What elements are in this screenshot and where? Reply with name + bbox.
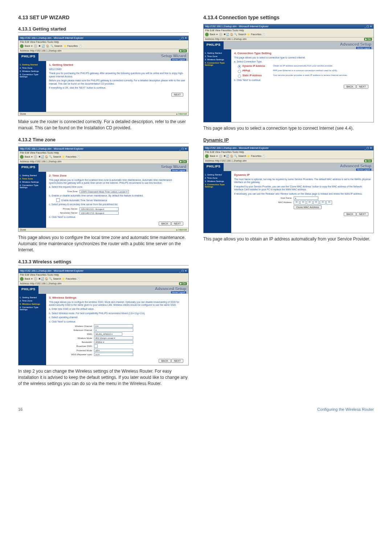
sidebar-item-connection-type[interactable]: 4. Connection Type Settings <box>20 306 45 311</box>
banner-title: Setup Wizard <box>161 54 186 58</box>
back-button[interactable]: BACK <box>159 359 171 363</box>
back-button[interactable]: BACK <box>344 212 356 216</box>
stop-icon[interactable]: ✖ <box>38 45 41 48</box>
tz-select[interactable]: (GMT) Greenwich Mean Time: Lisbon, Londo… <box>79 190 129 193</box>
opt-pppoe-label: PPPoE <box>242 69 271 72</box>
intro-p1: Thank you for purchasing the PHILIPS gat… <box>49 72 185 78</box>
next-button[interactable]: NEXT <box>171 93 183 97</box>
sidebar-item-getting-started[interactable]: 1. Getting Started <box>20 174 45 177</box>
banner-links[interactable]: Home Logout <box>171 58 186 61</box>
banner-links[interactable]: Home Logout <box>356 169 371 171</box>
ws-a: a. Enter new SSID or use the default val… <box>49 308 185 311</box>
next-button[interactable]: NEXT <box>171 222 183 226</box>
panel-title: 3. Wireless Settings <box>49 296 185 299</box>
host-input[interactable] <box>294 197 318 200</box>
go-button[interactable]: ▶ Go <box>179 282 187 285</box>
next-button[interactable]: NEXT <box>356 85 368 89</box>
refresh-icon[interactable]: 🔄 <box>42 45 45 48</box>
banner-links[interactable]: Home Logout <box>171 291 186 293</box>
ie-menubar: File Edit View Favorites Tools Help <box>19 273 188 276</box>
tz-step-a: a. Select the required time zone. <box>49 186 185 189</box>
secondary-label: Secondary Server: <box>49 212 78 214</box>
next-button[interactable]: NEXT <box>171 359 183 363</box>
forward-icon[interactable] <box>34 44 37 48</box>
sidebar-item-wireless[interactable]: 3. Wireless Settings <box>205 58 230 61</box>
ssid-input[interactable]: WLAN_AP6310 <box>94 332 122 336</box>
sidebar-item-time-zone[interactable]: 2. Time Zone <box>205 177 230 179</box>
sidebar-item-time-zone[interactable]: 2. Time Zone <box>20 67 45 69</box>
next-button[interactable]: NEXT <box>356 212 368 216</box>
favorites-icon[interactable]: ⭐ Favorites <box>64 45 78 48</box>
sidebar-item-connection-type[interactable]: 4. Connection Type Settings <box>205 183 230 188</box>
back-icon[interactable] <box>20 155 24 159</box>
sidebar-item-wireless[interactable]: 3. Wireless Settings <box>205 180 230 182</box>
address-bar[interactable]: Address http://192.168.1.2/setup.stm <box>205 38 246 41</box>
ie-title: http://192.168.1.2/setup.stm - Microsoft… <box>20 270 83 272</box>
banner-title: Setup Wizard <box>161 165 186 169</box>
sidebar-item-getting-started[interactable]: 1. Getting Started <box>20 296 45 299</box>
radio-dynamic-ip[interactable] <box>238 65 241 68</box>
sidebar-item-time-zone[interactable]: 2. Time Zone <box>20 178 45 180</box>
enable-auto-checkbox[interactable] <box>56 198 60 202</box>
forward-icon[interactable] <box>34 155 37 159</box>
sidebar-item-wireless[interactable]: 3. Wireless Settings <box>20 70 45 72</box>
opt-static-desc: Your service provider provides a static … <box>273 74 371 76</box>
radio-static-ip[interactable] <box>238 74 241 78</box>
search-icon[interactable]: 🔍 Search <box>50 45 62 48</box>
back-button[interactable]: BACK <box>344 85 356 89</box>
status-done: Done <box>20 228 26 231</box>
opt-static-label: Static IP Address <box>242 74 271 77</box>
address-bar[interactable]: Address http://192.168.1.2/setup.stm <box>20 160 61 163</box>
primary-select[interactable]: 129.132.2.21 - Europe <box>79 207 119 211</box>
radio-pppoe[interactable] <box>238 70 241 73</box>
go-button[interactable]: ▶ Go <box>364 38 372 41</box>
go-button[interactable]: ▶ Go <box>364 159 372 162</box>
address-bar[interactable]: Address http://192.168.1.2/setup.stm <box>205 159 246 162</box>
back-icon[interactable] <box>20 44 24 48</box>
ie-toolbar: Back ▾✖ 🔄 🏠 🔍 Search ⭐ Favorites 🕘 <box>204 154 373 159</box>
sidebar-item-getting-started[interactable]: 1. Getting Started <box>205 52 230 54</box>
heading-setup-wizard: 4.13 SET UP WIZARD <box>18 15 189 20</box>
address-bar[interactable]: Address http://192.168.1.2/setup.stm <box>20 282 61 285</box>
sidebar-item-connection-type[interactable]: 4. Connection Type Settings <box>205 62 230 66</box>
sidebar-item-wireless[interactable]: 3. Wireless Settings <box>20 303 45 305</box>
bw-select[interactable]: 20MHz <box>94 340 133 344</box>
screenshot-connection-type: http://192.168.1.2/setup.stm - Microsoft… <box>203 24 374 122</box>
sidebar-item-connection-type[interactable]: 4. Connection Type Settings <box>20 73 45 78</box>
mac-inputs[interactable]: 000000000000 <box>294 200 332 204</box>
window-controls: _ ▢ ✕ <box>364 25 372 28</box>
sidebar-item-getting-started[interactable]: 1. Getting Started <box>20 64 45 66</box>
prot-select[interactable]: off <box>94 349 133 352</box>
wds-select[interactable]: no <box>94 353 133 356</box>
ext-select[interactable] <box>94 328 133 332</box>
bw-label: Bandwidth: <box>64 341 93 343</box>
ie-menubar: File Edit View Favorites Tools Help <box>19 40 188 44</box>
ie-title: http://192.168.1.2/setup.stm - Microsoft… <box>20 147 83 150</box>
address-bar[interactable]: Address http://192.168.1.2/setup.stm <box>20 49 61 52</box>
home-icon[interactable]: 🏠 <box>46 45 49 48</box>
mode-select[interactable]: 802.11b/g/n mixed <box>94 336 133 340</box>
history-icon[interactable]: 🕘 <box>79 45 82 48</box>
secondary-select[interactable]: 130.149.17.8 - Europe <box>79 211 119 215</box>
sidebar-item-wireless[interactable]: 3. Wireless Settings <box>20 181 45 183</box>
window-controls: _ ▢ ✕ <box>179 270 187 272</box>
sidebar-item-time-zone[interactable]: 2. Time Zone <box>20 300 45 302</box>
sidebar-item-connection-type[interactable]: 4. Connection Type Settings <box>20 184 45 189</box>
go-button[interactable]: ▶ Go <box>179 49 187 52</box>
banner-links[interactable]: Home Logout <box>356 47 371 49</box>
clone-mac-button[interactable]: Clone MAC Address <box>294 205 322 209</box>
wchan-select[interactable]: 6 <box>94 324 133 328</box>
sidebar-item-getting-started[interactable]: 1. Getting Started <box>205 174 230 176</box>
sidebar-item-time-zone[interactable]: 2. Time Zone <box>205 55 230 57</box>
dip-p1: The Host Name is optional, but may be re… <box>234 178 371 184</box>
philips-logo: PHILIPS <box>204 41 224 49</box>
bcast-checkbox[interactable] <box>94 344 98 348</box>
go-button[interactable]: ▶ Go <box>179 160 187 163</box>
ie-toolbar: Back ▾ ✖ 🔄 🏠 🔍 Search ⭐ Favorites 🕘 <box>19 44 188 49</box>
wizard-sidebar: 1. Getting Started 2. Time Zone 3. Wirel… <box>204 171 231 233</box>
philips-logo: PHILIPS <box>19 53 38 61</box>
caption-time-zone: This page allows you to configure the lo… <box>18 235 189 253</box>
banner-links[interactable]: Home Logout <box>171 169 186 171</box>
back-button[interactable]: BACK <box>159 222 171 226</box>
opt-dynamic-label: Dynamic IP Address <box>242 65 271 67</box>
